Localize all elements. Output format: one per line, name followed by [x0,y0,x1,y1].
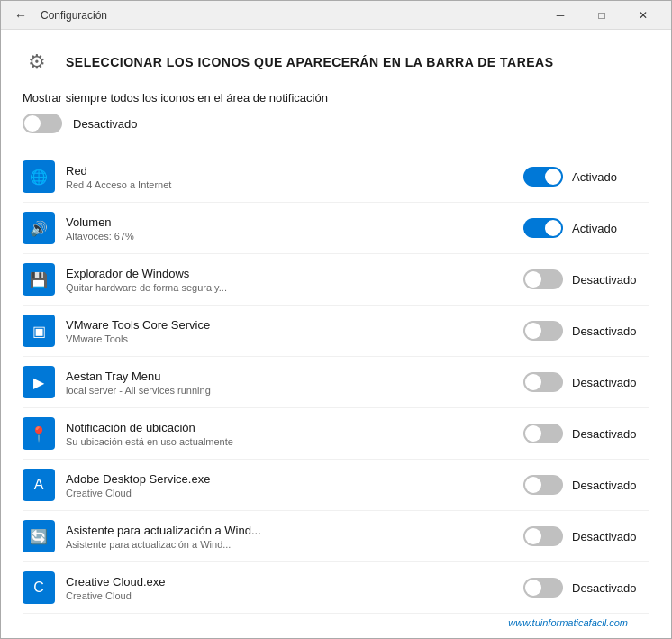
app-icon-0: 🌐 [23,160,55,193]
app-info-4: Aestan Tray Menu local server - All serv… [66,370,513,396]
app-item: 🔄 Asistente para actualización a Wind...… [23,511,649,562]
footer-watermark: www.tuinformaticafacil.com [23,614,649,635]
app-toggle-label-4: Desactivado [572,376,637,389]
app-toggle-7[interactable] [523,526,563,546]
app-toggle-2[interactable] [523,269,563,289]
app-toggle-label-1: Activado [572,222,617,235]
app-info-0: Red Red 4 Acceso a Internet [66,164,513,190]
app-toggle-label-5: Desactivado [572,427,637,441]
app-info-6: Adobe Desktop Service.exe Creative Cloud [66,472,513,498]
toggle-thumb-5 [525,425,541,442]
app-icon-2: 💾 [23,263,55,296]
content-area: Mostrar siempre todos los iconos en el á… [1,91,671,638]
toggle-thumb-1 [545,220,561,236]
app-toggle-3[interactable] [523,321,563,341]
app-name-4: Aestan Tray Menu [66,370,513,383]
app-icon-1: 🔊 [23,212,55,244]
app-toggle-area-0: Activado [523,167,649,187]
app-icon-8: C [23,571,55,604]
app-toggle-label-2: Desactivado [572,273,637,287]
app-info-3: VMware Tools Core Service VMware Tools [66,318,513,344]
app-item: C Creative Cloud.exe Creative Cloud Desa… [23,562,649,614]
app-desc-5: Su ubicación está en uso actualmente [66,436,513,447]
app-toggle-area-2: Desactivado [523,269,649,289]
titlebar-title: Configuración [41,9,540,22]
app-desc-0: Red 4 Acceso a Internet [66,179,513,190]
app-info-7: Asistente para actualización a Wind... A… [66,524,513,550]
app-item: A Adobe Desktop Service.exe Creative Clo… [23,460,649,511]
toggle-thumb [24,115,41,132]
app-info-5: Notificación de ubicación Su ubicación e… [66,421,513,447]
app-name-7: Asistente para actualización a Wind... [66,524,513,537]
window: ← Configuración ─ □ ✕ ⚙ SELECCIONAR LOS … [0,0,672,639]
app-item: 📍 Notificación de ubicación Su ubicación… [23,408,649,460]
always-show-label: Mostrar siempre todos los iconos en el á… [23,91,649,105]
app-info-2: Explorador de Windows Quitar hardware de… [66,267,513,293]
app-item: ▶ Aestan Tray Menu local server - All se… [23,357,649,408]
app-toggle-0[interactable] [523,167,563,187]
app-toggle-area-6: Desactivado [523,475,649,495]
app-name-1: Volumen [66,215,513,229]
app-name-8: Creative Cloud.exe [66,575,513,589]
app-desc-6: Creative Cloud [66,488,513,498]
app-toggle-label-3: Desactivado [572,324,637,338]
app-toggle-label-8: Desactivado [572,581,637,595]
app-name-0: Red [66,164,513,178]
app-item: 🌐 Red Red 4 Acceso a Internet Activado [23,151,649,203]
app-desc-3: VMware Tools [66,333,513,344]
page-title: SELECCIONAR LOS ICONOS QUE APARECERÁN EN… [66,55,554,69]
back-button[interactable]: ← [8,3,33,28]
always-show-toggle[interactable] [23,114,62,133]
app-item: 💾 Explorador de Windows Quitar hardware … [23,254,649,306]
always-show-toggle-label: Desactivado [73,117,138,131]
toggle-thumb-2 [525,271,541,288]
app-toggle-6[interactable] [523,475,563,495]
app-toggle-label-7: Desactivado [572,530,637,543]
app-icon-4: ▶ [23,366,55,398]
app-toggle-4[interactable] [523,372,563,392]
toggle-thumb-6 [525,477,541,493]
close-button[interactable]: ✕ [622,1,664,30]
app-icon-7: 🔄 [23,520,55,552]
app-toggle-area-5: Desactivado [523,424,649,443]
app-name-3: VMware Tools Core Service [66,318,513,332]
settings-icon: ⚙ [23,48,51,77]
app-toggle-5[interactable] [523,424,563,443]
app-info-8: Creative Cloud.exe Creative Cloud [66,575,513,601]
app-name-5: Notificación de ubicación [66,421,513,434]
app-icon-6: A [23,469,55,501]
toggle-thumb-8 [525,580,541,596]
app-desc-1: Altavoces: 67% [66,231,513,242]
app-toggle-area-8: Desactivado [523,578,649,598]
app-desc-2: Quitar hardware de forma segura y... [66,282,513,293]
toggle-thumb-4 [525,374,541,390]
always-show-section: Mostrar siempre todos los iconos en el á… [23,91,649,133]
app-list: 🌐 Red Red 4 Acceso a Internet Activado 🔊… [23,151,649,614]
toggle-thumb-7 [525,528,541,544]
app-item: 🔊 Volumen Altavoces: 67% Activado [23,203,649,254]
app-icon-3: ▣ [23,315,55,347]
app-toggle-area-7: Desactivado [523,526,649,546]
app-toggle-1[interactable] [523,218,563,238]
app-toggle-label-6: Desactivado [572,479,637,492]
toggle-thumb-3 [525,323,541,339]
app-icon-5: 📍 [23,417,55,450]
app-toggle-area-4: Desactivado [523,372,649,392]
app-name-2: Explorador de Windows [66,267,513,280]
app-desc-7: Asistente para actualización a Wind... [66,539,513,550]
app-toggle-label-0: Activado [572,170,617,184]
app-toggle-8[interactable] [523,578,563,598]
always-show-toggle-row: Desactivado [23,114,649,133]
maximize-button[interactable]: □ [581,1,622,30]
app-name-6: Adobe Desktop Service.exe [66,472,513,486]
window-controls: ─ □ ✕ [540,1,664,30]
app-desc-4: local server - All services running [66,385,513,396]
minimize-button[interactable]: ─ [540,1,581,30]
app-toggle-area-3: Desactivado [523,321,649,341]
app-info-1: Volumen Altavoces: 67% [66,215,513,242]
toggle-thumb-0 [545,169,561,185]
titlebar: ← Configuración ─ □ ✕ [1,1,671,30]
app-item: ▣ VMware Tools Core Service VMware Tools… [23,306,649,357]
app-desc-8: Creative Cloud [66,590,513,601]
page-header: ⚙ SELECCIONAR LOS ICONOS QUE APARECERÁN … [1,30,671,91]
